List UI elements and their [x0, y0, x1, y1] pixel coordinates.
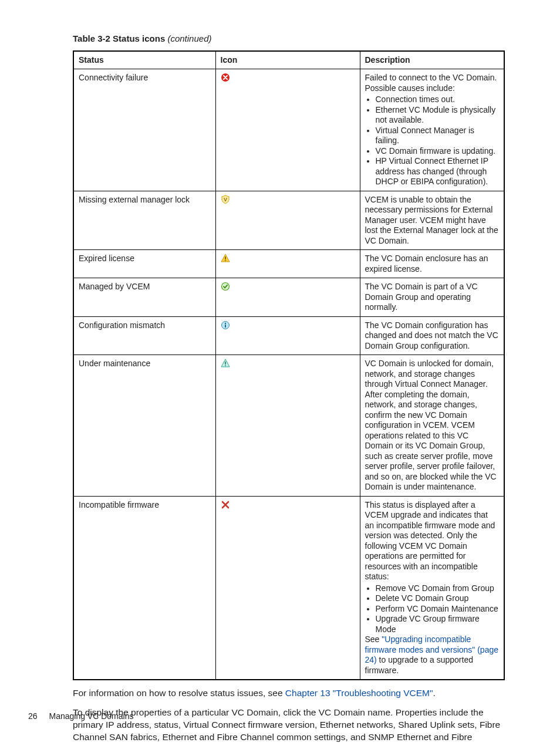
para1-post: . [433, 688, 436, 698]
table-row: Expired license The VC Domain enclosure … [73, 250, 504, 278]
desc-bullets: Remove VC Domain from Group Delete VC Do… [365, 583, 500, 635]
svg-rect-7 [225, 325, 226, 328]
paragraph-properties: To display the properties of a particula… [73, 707, 507, 746]
cell-status: Under maintenance [73, 355, 215, 497]
paragraph-troubleshooting-link: For information on how to resolve status… [73, 687, 507, 700]
table-caption-text: Table 3-2 Status icons [73, 33, 165, 43]
svg-rect-8 [225, 362, 226, 364]
cell-description: The VC Domain is part of a VC Domain Gro… [360, 278, 504, 317]
cell-status: Configuration mismatch [73, 316, 215, 355]
svg-text:V: V [223, 197, 227, 202]
cell-icon [215, 496, 360, 680]
table-header-row: Status Icon Description [73, 51, 504, 69]
desc-tail-post: to upgrade to a supported firmware. [365, 655, 473, 675]
col-status: Status [73, 51, 215, 69]
cell-icon [215, 69, 360, 191]
table-row: Configuration mismatch The VC Domain con… [73, 316, 504, 355]
bullet: Ethernet VC Module is physically not ava… [376, 105, 500, 126]
error-circle-icon [221, 73, 230, 82]
cell-icon [215, 278, 360, 317]
cell-status: Managed by VCEM [73, 278, 215, 317]
desc-intro: Failed to connect to the VC Domain. Poss… [365, 73, 497, 93]
table-row: Managed by VCEM The VC Domain is part of… [73, 278, 504, 317]
cell-status: Expired license [73, 250, 215, 278]
troubleshooting-link[interactable]: Chapter 13 "Troubleshooting VCEM" [285, 688, 433, 698]
col-description: Description [360, 51, 504, 69]
cell-status: Connectivity failure [73, 69, 215, 191]
bullet: Remove VC Domain from Group [376, 583, 500, 594]
para1-pre: For information on how to resolve status… [73, 688, 285, 698]
desc-bullets: Connection times out. Ethernet VC Module… [365, 94, 500, 187]
cell-icon [215, 316, 360, 355]
svg-point-4 [221, 283, 229, 291]
bullet: Delete VC Domain Group [376, 593, 500, 604]
col-icon: Icon [215, 51, 360, 69]
info-mismatch-icon [221, 320, 230, 330]
bullet: VC Domain firmware is updating. [376, 146, 500, 157]
ok-check-circle-icon [221, 282, 230, 291]
table-caption: Table 3-2 Status icons (continued) [73, 33, 507, 45]
cell-description: VC Domain is unlocked for domain, networ… [360, 355, 504, 497]
table-row: Incompatible firmware This status is dis… [73, 496, 504, 680]
warning-triangle-icon [221, 254, 230, 263]
bullet: Upgrade VC Group firmware Mode [376, 614, 500, 634]
status-icons-table: Status Icon Description Connectivity fai… [73, 50, 505, 681]
cell-icon [215, 355, 360, 497]
table-row: Missing external manager lock V VCEM is … [73, 191, 504, 250]
cell-description: The VC Domain enclosure has an expired l… [360, 250, 504, 278]
cell-icon [215, 250, 360, 278]
table-row: Under maintenance VC Domain is unlocked … [73, 355, 504, 497]
desc-tail-pre: See [365, 634, 382, 644]
svg-rect-9 [225, 365, 226, 366]
cell-description: The VC Domain configuration has changed … [360, 316, 504, 355]
cell-description: VCEM is unable to obtain the necessary p… [360, 191, 504, 250]
bullet: HP Virtual Connect Ethernet IP address h… [376, 156, 500, 187]
svg-point-6 [224, 322, 225, 323]
cell-status: Incompatible firmware [73, 496, 215, 680]
table-caption-continued: (continued) [167, 33, 211, 43]
page-footer: 26 Managing VC Domains [28, 711, 133, 721]
bullet: Virtual Connect Manager is failing. [376, 126, 500, 146]
cell-description: Failed to connect to the VC Domain. Poss… [360, 69, 504, 191]
footer-section: Managing VC Domains [49, 711, 133, 721]
desc-intro: This status is displayed after a VCEM up… [365, 500, 495, 582]
cell-icon: V [215, 191, 360, 250]
document-page: Table 3-2 Status icons (continued) Statu… [0, 0, 560, 746]
page-number: 26 [28, 711, 38, 721]
lock-shield-icon: V [221, 195, 230, 204]
cell-description: This status is displayed after a VCEM up… [360, 496, 504, 680]
incompatible-x-icon [221, 500, 230, 509]
bullet: Connection times out. [376, 94, 500, 105]
cell-status: Missing external manager lock [73, 191, 215, 250]
bullet: Perform VC Domain Maintenance [376, 604, 500, 615]
table-row: Connectivity failure Failed to connect t… [73, 69, 504, 191]
maintenance-triangle-icon [221, 359, 230, 368]
svg-rect-3 [225, 260, 226, 261]
svg-rect-2 [225, 256, 226, 259]
